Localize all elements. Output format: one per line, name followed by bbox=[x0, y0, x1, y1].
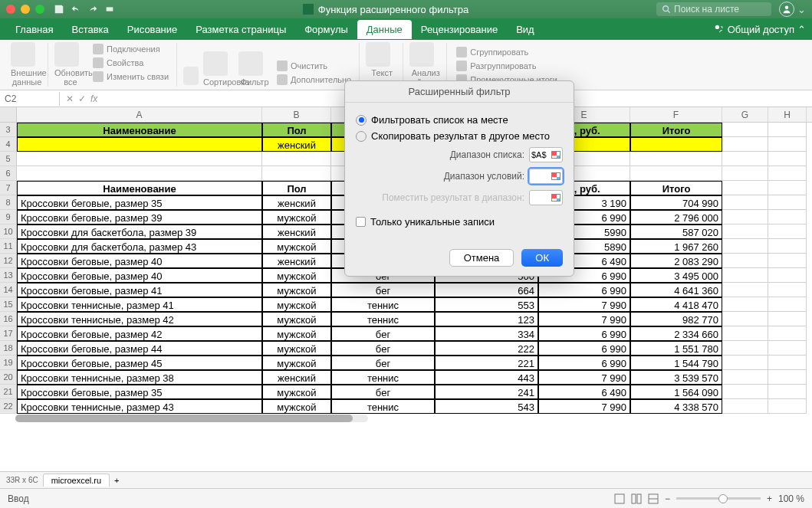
share-button[interactable]: Общий доступ ⌃ bbox=[714, 24, 806, 35]
cell[interactable]: Кроссовки беговые, размер 41 bbox=[17, 283, 262, 297]
cell[interactable]: Кроссовки беговые, размер 42 bbox=[17, 326, 262, 341]
cell[interactable]: 2 796 000 bbox=[630, 210, 722, 225]
user-avatar-icon[interactable] bbox=[779, 2, 794, 17]
cell[interactable]: 3 495 000 bbox=[630, 268, 722, 283]
cell[interactable]: 241 bbox=[435, 385, 538, 399]
cell[interactable]: Кроссовки беговые, размер 45 bbox=[17, 356, 262, 370]
cell[interactable]: 4 641 360 bbox=[630, 283, 722, 297]
row-header[interactable]: 6 bbox=[0, 166, 17, 181]
cell[interactable] bbox=[768, 137, 807, 152]
cell[interactable]: женский bbox=[262, 225, 331, 239]
cell[interactable]: 664 bbox=[435, 283, 538, 297]
cell[interactable]: бег bbox=[331, 341, 435, 356]
cell[interactable]: 6 990 bbox=[538, 356, 630, 370]
cell[interactable]: 587 020 bbox=[630, 225, 722, 239]
chevron-down-icon[interactable]: ⌄ bbox=[797, 4, 806, 15]
properties-button[interactable]: Свойства bbox=[90, 56, 172, 70]
cell[interactable]: Кроссовки для баскетбола, размер 39 bbox=[17, 225, 262, 239]
cell[interactable]: мужской bbox=[262, 268, 331, 283]
horizontal-scrollbar[interactable] bbox=[15, 415, 368, 422]
cell[interactable]: мужской bbox=[262, 283, 331, 297]
cell[interactable] bbox=[768, 385, 807, 399]
cell[interactable]: 7 990 bbox=[538, 370, 630, 385]
ungroup-button[interactable]: Разгруппировать bbox=[453, 59, 561, 73]
sort-asc-button[interactable] bbox=[183, 67, 200, 87]
cell[interactable]: мужской bbox=[262, 399, 331, 414]
cell[interactable] bbox=[768, 210, 807, 225]
cell[interactable] bbox=[768, 195, 807, 210]
cancel-icon[interactable]: ✕ bbox=[66, 93, 74, 104]
cell[interactable]: 6 990 bbox=[538, 326, 630, 341]
cell[interactable]: женский bbox=[262, 137, 331, 152]
row-header[interactable]: 14 bbox=[0, 283, 17, 297]
row-header[interactable]: 18 bbox=[0, 341, 17, 356]
cell[interactable]: 1 544 790 bbox=[630, 356, 722, 370]
cell[interactable] bbox=[722, 254, 768, 268]
cell[interactable]: 553 bbox=[435, 297, 538, 312]
cell[interactable] bbox=[768, 239, 807, 254]
cell[interactable]: 1 564 090 bbox=[630, 385, 722, 399]
cell[interactable]: 6 990 bbox=[538, 341, 630, 356]
search-input[interactable]: Поиск на листе bbox=[656, 2, 771, 16]
cell[interactable] bbox=[768, 123, 807, 137]
cell[interactable]: 7 990 bbox=[538, 312, 630, 326]
cell[interactable] bbox=[768, 341, 807, 356]
cell[interactable]: мужской bbox=[262, 385, 331, 399]
row-header[interactable]: 3 bbox=[0, 123, 17, 137]
row-header[interactable]: 17 bbox=[0, 326, 17, 341]
zoom-icon[interactable] bbox=[35, 5, 44, 14]
row-header[interactable]: 4 bbox=[0, 137, 17, 152]
cell[interactable]: 6 490 bbox=[538, 385, 630, 399]
select-all-corner[interactable] bbox=[0, 107, 17, 122]
range-picker-icon[interactable] bbox=[551, 151, 561, 159]
row-header[interactable]: 19 bbox=[0, 356, 17, 370]
row-header[interactable]: 21 bbox=[0, 385, 17, 399]
chevron-up-icon[interactable]: ⌃ bbox=[797, 24, 806, 35]
cell[interactable]: 4 338 570 bbox=[630, 399, 722, 414]
cell[interactable]: бег bbox=[331, 326, 435, 341]
cell[interactable]: 3 539 570 bbox=[630, 370, 722, 385]
view-normal-icon[interactable] bbox=[614, 493, 625, 504]
tab-data[interactable]: Данные bbox=[357, 20, 412, 39]
col-g[interactable]: G bbox=[722, 107, 768, 122]
cell[interactable]: Кроссовки беговые, размер 40 bbox=[17, 268, 262, 283]
tab-insert[interactable]: Вставка bbox=[62, 20, 117, 39]
cell[interactable]: 7 990 bbox=[538, 399, 630, 414]
cell[interactable]: мужской bbox=[262, 210, 331, 225]
cell[interactable]: бег bbox=[331, 385, 435, 399]
sort-button[interactable]: Сортировка bbox=[203, 51, 235, 87]
row-header[interactable]: 8 bbox=[0, 195, 17, 210]
cell[interactable]: теннис bbox=[331, 370, 435, 385]
cell[interactable] bbox=[768, 326, 807, 341]
row-header[interactable]: 12 bbox=[0, 254, 17, 268]
cell[interactable]: Кроссовки беговые, размер 39 bbox=[17, 210, 262, 225]
col-b[interactable]: B bbox=[262, 107, 331, 122]
view-layout-icon[interactable] bbox=[631, 493, 642, 504]
cell[interactable]: мужской bbox=[262, 341, 331, 356]
close-icon[interactable] bbox=[6, 5, 15, 14]
cell[interactable] bbox=[722, 195, 768, 210]
radio-filter-in-place[interactable]: Фильтровать список на месте bbox=[356, 112, 563, 128]
tab-formulas[interactable]: Формулы bbox=[295, 20, 357, 39]
view-pagebreak-icon[interactable] bbox=[648, 493, 659, 504]
cell[interactable]: 443 bbox=[435, 370, 538, 385]
cell[interactable]: 1 967 260 bbox=[630, 239, 722, 254]
row-header[interactable]: 13 bbox=[0, 268, 17, 283]
cell[interactable] bbox=[722, 123, 768, 137]
row-header[interactable]: 16 bbox=[0, 312, 17, 326]
cell[interactable]: 222 bbox=[435, 341, 538, 356]
cell[interactable] bbox=[768, 297, 807, 312]
tab-draw[interactable]: Рисование bbox=[118, 20, 186, 39]
zoom-value[interactable]: 100 % bbox=[778, 493, 804, 504]
add-sheet-button[interactable]: + bbox=[114, 476, 119, 485]
group-button[interactable]: Сгруппировать bbox=[453, 45, 561, 59]
cell[interactable]: бег bbox=[331, 356, 435, 370]
cell[interactable]: 334 bbox=[435, 326, 538, 341]
cell[interactable]: мужской bbox=[262, 312, 331, 326]
cell[interactable]: Кроссовки теннисные, размер 42 bbox=[17, 312, 262, 326]
cell[interactable]: Кроссовки теннисные, размер 41 bbox=[17, 297, 262, 312]
col-f[interactable]: F bbox=[630, 107, 722, 122]
cell[interactable] bbox=[722, 370, 768, 385]
cell[interactable] bbox=[722, 341, 768, 356]
cell[interactable]: бег bbox=[331, 283, 435, 297]
